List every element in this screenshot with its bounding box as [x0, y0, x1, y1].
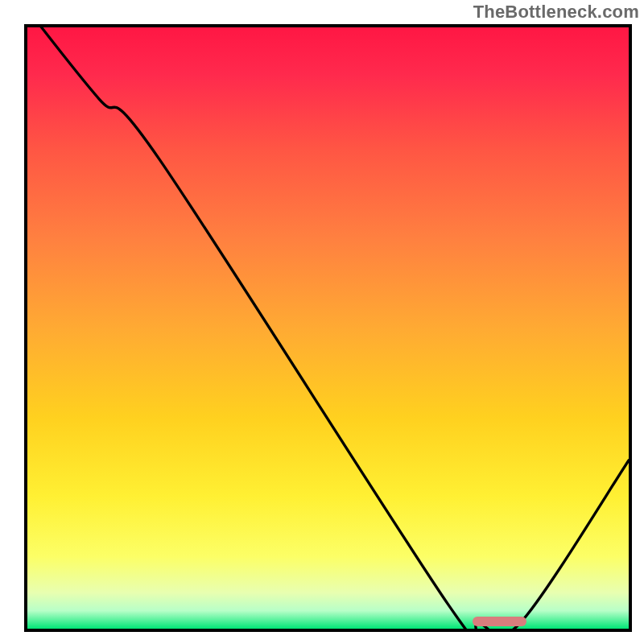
watermark-text: TheBottleneck.com	[473, 2, 639, 23]
bottleneck-curve	[27, 27, 629, 629]
optimal-marker	[473, 617, 526, 626]
chart-plot-area	[24, 24, 632, 632]
